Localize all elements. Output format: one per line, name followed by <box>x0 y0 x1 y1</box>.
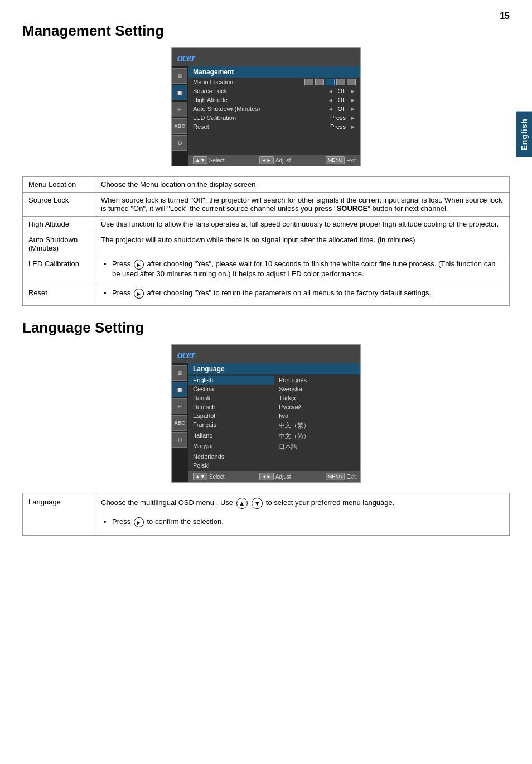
osd-row-led-calibration[interactable]: LED Calibration Press ► <box>188 113 360 122</box>
table-row-led-calibration: LED Calibration Press ► after choosing "… <box>23 256 510 285</box>
lang-item-portuguese[interactable]: Português <box>274 376 360 385</box>
lang-item-magyar[interactable]: Magyar <box>188 441 274 452</box>
osd-row-auto-shutdown[interactable]: Auto Shutdown(Minutes) ◄ Off ► <box>188 104 360 113</box>
lang-item-chinese-simp[interactable]: 中文（简） <box>274 431 360 441</box>
lang-item-italiano[interactable]: Italiano <box>188 431 274 441</box>
label-led-calibration: LED Calibration <box>23 256 95 285</box>
arrow-right-shutdown: ► <box>350 106 356 112</box>
lang-item-russian[interactable]: Русский <box>274 402 360 411</box>
label-auto-shutdown: Auto Shutdown (Minutes) <box>23 232 95 256</box>
osd-icon-color[interactable]: ✳ <box>172 102 187 117</box>
osd-row-source-lock[interactable]: Source Lock ◄ Off ► <box>188 87 360 95</box>
arrow-left-altitude: ◄ <box>328 97 333 103</box>
arrow-right-altitude: ► <box>350 97 356 103</box>
lang-osd-icon-osd[interactable]: ABC <box>172 415 187 431</box>
lang-item-turkce[interactable]: Türkçe <box>274 393 360 402</box>
desc-led-calibration: Press ► after choosing "Yes", please wai… <box>95 256 510 285</box>
exit-label: Exit <box>346 157 356 164</box>
exit-key: MENU <box>326 156 345 164</box>
lang-osd-icon-display[interactable]: 🖥 <box>172 365 187 381</box>
value-led-calibration: Press <box>330 114 346 121</box>
language-tab: English <box>516 112 532 157</box>
lang-footer-adjust: ◄► Adjust <box>259 473 291 480</box>
footer-exit: MENU Exit <box>326 156 356 164</box>
lang-item-iwa[interactable]: Iwa <box>274 411 360 420</box>
value-reset: Press <box>330 123 346 130</box>
value-high-altitude: Off <box>338 97 346 103</box>
osd-label-led-calibration: LED Calibration <box>193 114 328 121</box>
adjust-key: ◄► <box>259 156 274 164</box>
lang-footer-select: ▲▼ Select <box>193 473 225 480</box>
desc-high-altitude: Use this function to allow the fans oper… <box>95 217 510 232</box>
lang-item-francais[interactable]: Français <box>188 420 274 431</box>
footer-select: ▲▼ Select <box>193 156 225 164</box>
lang-osd-icon-color[interactable]: ✳ <box>172 398 187 414</box>
lang-item-svenska[interactable]: Svenska <box>274 385 360 393</box>
lang-osd-icon-setup[interactable]: ⚙ <box>172 432 187 448</box>
lang-adjust-key: ◄► <box>259 473 274 480</box>
footer-adjust: ◄► Adjust <box>259 156 291 164</box>
arrow-down-icon: ▼ <box>252 498 263 509</box>
arrow-right-reset: ► <box>350 124 356 130</box>
osd-label-high-altitude: High Altitude <box>193 97 328 103</box>
lang-exit-label: Exit <box>346 474 356 480</box>
label-high-altitude: High Altitude <box>23 217 95 232</box>
select-label: Select <box>209 157 225 164</box>
desc-reset: Press ► after choosing "Yes" to return t… <box>95 285 510 306</box>
label-reset: Reset <box>23 285 95 306</box>
osd-tab-icons <box>304 79 356 85</box>
table-row-source-lock: Source Lock When source lock is turned "… <box>23 193 510 217</box>
osd-label-source-lock: Source Lock <box>193 88 328 94</box>
lang-item-nederlands[interactable]: Nederlands <box>188 452 274 461</box>
management-info-table: Menu Location Choose the Menu location o… <box>22 176 510 306</box>
label-language: Language <box>23 493 95 536</box>
osd-row-menu-location[interactable]: Menu Location <box>188 78 360 87</box>
osd-icon-image[interactable]: 🔲 <box>172 85 187 100</box>
lang-footer-exit: MENU Exit <box>326 473 356 480</box>
lang-item-dansk[interactable]: Dansk <box>188 393 274 402</box>
table-row-reset: Reset Press ► after choosing "Yes" to re… <box>23 285 510 306</box>
language-info-table: Language Choose the multilingual OSD men… <box>22 493 510 536</box>
lang-osd-icon-image[interactable]: 🔲 <box>172 382 187 397</box>
osd-icon-osd[interactable]: ABC <box>172 118 187 134</box>
osd-title: Management <box>188 66 360 78</box>
desc-language: Choose the multilingual OSD menu . Use ▲… <box>95 493 510 536</box>
select-key: ▲▼ <box>193 156 207 164</box>
osd-row-high-altitude[interactable]: High Altitude ◄ Off ► <box>188 95 360 104</box>
desc-auto-shutdown: The projector will auto shutdown while t… <box>95 232 510 256</box>
language-osd: acer 🖥 🔲 ✳ ABC ⚙ Language English Portug… <box>171 344 361 483</box>
osd-row-reset[interactable]: Reset Press ► <box>188 122 360 131</box>
lang-item-deutsch[interactable]: Deutsch <box>188 402 274 411</box>
management-osd: acer 🖥 🔲 ✳ ABC ⚙ Management Menu Locatio… <box>171 47 361 166</box>
osd-footer: ▲▼ Select ◄► Adjust MENU Exit <box>188 155 360 166</box>
osd-icon-display[interactable]: 🖥 <box>172 68 187 84</box>
value-source-lock: Off <box>338 88 346 94</box>
acer-logo: acer <box>177 51 195 64</box>
arrow-right-led: ► <box>350 115 356 121</box>
osd-label-menu-location: Menu Location <box>193 79 304 85</box>
lang-item-espanol[interactable]: Español <box>188 411 274 420</box>
osd-header: acer <box>172 48 360 66</box>
press-arrow-language: ► <box>134 517 144 527</box>
page-number: 15 <box>500 11 510 21</box>
table-row-menu-location: Menu Location Choose the Menu location o… <box>23 177 510 193</box>
table-row-language: Language Choose the multilingual OSD men… <box>23 493 510 536</box>
label-source-lock: Source Lock <box>23 193 95 217</box>
desc-menu-location: Choose the Menu location on the display … <box>95 177 510 193</box>
arrow-right-source-lock: ► <box>350 88 356 94</box>
lang-item-japanese[interactable]: 日本語 <box>274 441 360 452</box>
lang-item-empty <box>274 452 360 461</box>
lang-item-cestina[interactable]: Čeština <box>188 385 274 393</box>
arrow-left-shutdown: ◄ <box>328 106 333 112</box>
value-auto-shutdown: Off <box>338 105 346 112</box>
arrow-left-source-lock: ◄ <box>328 88 333 94</box>
osd-icon-setup[interactable]: ⚙ <box>172 135 187 151</box>
lang-item-polski[interactable]: Polski <box>188 461 274 470</box>
lang-osd-title: Language <box>188 363 360 374</box>
osd-label-auto-shutdown: Auto Shutdown(Minutes) <box>193 105 328 112</box>
management-heading: Management Setting <box>22 22 510 40</box>
lang-osd-header: acer <box>172 345 360 363</box>
lang-item-chinese-trad[interactable]: 中文（繁） <box>274 420 360 431</box>
lang-exit-key: MENU <box>326 473 345 480</box>
lang-item-english[interactable]: English <box>188 376 274 385</box>
